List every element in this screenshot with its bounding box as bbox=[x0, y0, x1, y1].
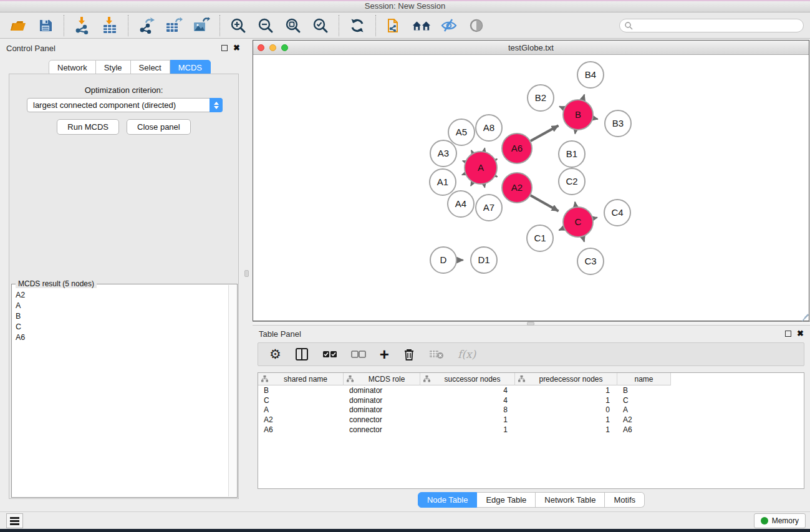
table-row[interactable]: Adominator80A bbox=[258, 405, 804, 415]
table-cell[interactable]: 1 bbox=[515, 386, 617, 395]
table-row[interactable]: A2connector11A2 bbox=[258, 415, 804, 425]
graph-edge-A-A1[interactable] bbox=[462, 174, 465, 175]
graph-edge-A2-C[interactable] bbox=[531, 195, 559, 211]
graph-edge-C-C4[interactable] bbox=[593, 218, 597, 219]
tab-node-table[interactable]: Node Table bbox=[418, 492, 478, 508]
table-cell[interactable]: 1 bbox=[420, 425, 515, 434]
graph-edge-B-B1[interactable] bbox=[575, 130, 576, 134]
network-minimize-button[interactable] bbox=[269, 44, 276, 51]
table-cell[interactable]: C bbox=[617, 396, 671, 405]
search-field[interactable] bbox=[619, 19, 804, 32]
settings-icon[interactable]: ⚙ bbox=[269, 346, 281, 363]
table-cell[interactable]: 0 bbox=[515, 405, 617, 414]
result-list-item[interactable]: A bbox=[12, 300, 228, 311]
table-cell[interactable]: 4 bbox=[420, 386, 515, 395]
table-cell[interactable]: connector bbox=[344, 415, 420, 424]
delete-row-icon[interactable] bbox=[403, 346, 415, 363]
close-table-panel-icon[interactable]: ✖ bbox=[797, 331, 804, 337]
result-list-item[interactable]: A2 bbox=[12, 289, 228, 300]
table-cell[interactable]: connector bbox=[344, 425, 420, 434]
save-session-icon[interactable] bbox=[36, 16, 55, 35]
criterion-dropdown[interactable]: largest connected component (directed) bbox=[27, 98, 223, 112]
graph-edge-B-B3[interactable] bbox=[593, 118, 597, 119]
column-header-shared-name[interactable]: shared name bbox=[258, 373, 344, 385]
refresh-icon[interactable] bbox=[348, 16, 367, 35]
column-header-name[interactable]: name bbox=[617, 373, 671, 385]
table-cell[interactable]: 1 bbox=[515, 396, 617, 405]
export-network-icon[interactable] bbox=[137, 16, 156, 35]
zoom-fit-icon[interactable] bbox=[284, 16, 302, 35]
result-list-item[interactable]: C bbox=[12, 321, 228, 332]
close-panel-button[interactable]: Close panel bbox=[127, 119, 191, 135]
table-cell[interactable]: 1 bbox=[515, 415, 617, 424]
graph-edge-A-A5[interactable] bbox=[471, 150, 473, 153]
table-cell[interactable]: B bbox=[617, 386, 671, 395]
graph-edge-A-A2[interactable] bbox=[496, 176, 498, 177]
table-cell[interactable]: dominator bbox=[344, 386, 420, 395]
graph-edge-A-A6[interactable] bbox=[496, 159, 497, 160]
float-table-panel-icon[interactable] bbox=[785, 331, 791, 337]
search-input[interactable] bbox=[633, 21, 795, 30]
table-cell[interactable]: A bbox=[258, 405, 344, 414]
tab-motifs[interactable]: Motifs bbox=[605, 492, 645, 508]
table-row[interactable]: A6connector11A6 bbox=[258, 425, 804, 435]
table-cell[interactable]: A2 bbox=[617, 415, 671, 424]
table-cell[interactable]: C bbox=[258, 396, 344, 405]
network-canvas[interactable]: B4B2BB3A8A5A6A3B1AC2A1A2A4A7C4CC1DD1C3 bbox=[253, 55, 809, 321]
graph-edge-A-A3[interactable] bbox=[463, 161, 465, 162]
table-cell[interactable]: 4 bbox=[420, 396, 515, 405]
show-eye-icon[interactable] bbox=[467, 16, 486, 35]
clone-network-icon[interactable] bbox=[385, 16, 403, 35]
table-row[interactable]: Bdominator41B bbox=[258, 385, 804, 395]
export-table-icon[interactable] bbox=[165, 16, 183, 35]
select-all-icon[interactable] bbox=[322, 346, 337, 363]
table-cell[interactable]: A6 bbox=[258, 425, 344, 434]
graph-edge-B-B4[interactable] bbox=[582, 94, 584, 100]
close-panel-icon[interactable]: ✖ bbox=[233, 45, 240, 51]
graph-edge-A-A4[interactable] bbox=[471, 183, 473, 186]
home-view-icon[interactable] bbox=[412, 16, 431, 35]
hide-panels-icon[interactable] bbox=[440, 16, 458, 35]
graph-edge-C-C3[interactable] bbox=[583, 237, 584, 242]
zoom-in-icon[interactable] bbox=[229, 16, 248, 35]
table-row[interactable]: Cdominator41C bbox=[258, 395, 804, 405]
function-builder-icon[interactable]: f(x) bbox=[458, 346, 476, 363]
graph-edge-B-B2[interactable] bbox=[559, 107, 564, 109]
column-header-predecessor-nodes[interactable]: predecessor nodes bbox=[515, 373, 617, 385]
export-image-icon[interactable] bbox=[192, 16, 211, 35]
task-history-button[interactable] bbox=[6, 513, 23, 528]
table-cell[interactable]: A2 bbox=[258, 415, 344, 424]
columns-icon[interactable] bbox=[295, 346, 309, 363]
table-cell[interactable]: 1 bbox=[515, 425, 617, 434]
memory-button[interactable]: Memory bbox=[754, 513, 806, 528]
tab-network-table[interactable]: Network Table bbox=[536, 492, 605, 508]
graph-edge-A-A7[interactable] bbox=[484, 184, 485, 187]
result-list-item[interactable]: B bbox=[12, 311, 228, 321]
graph-edge-A6-B[interactable] bbox=[531, 125, 559, 141]
import-network-icon[interactable] bbox=[73, 16, 92, 35]
table-cell[interactable]: A bbox=[617, 405, 671, 414]
result-list-item[interactable]: A6 bbox=[12, 332, 228, 342]
table-cell[interactable]: A6 bbox=[617, 425, 671, 434]
add-row-icon[interactable]: + bbox=[380, 346, 389, 363]
network-zoom-button[interactable] bbox=[281, 44, 288, 51]
table-cell[interactable]: dominator bbox=[344, 405, 420, 414]
delete-table-icon[interactable] bbox=[429, 346, 444, 363]
column-header-MCDS-role[interactable]: MCDS role bbox=[344, 373, 420, 385]
table-cell[interactable]: 1 bbox=[420, 415, 515, 424]
zoom-out-icon[interactable] bbox=[256, 16, 275, 35]
result-scrollbar[interactable] bbox=[228, 285, 236, 496]
graph-edge-C-C2[interactable] bbox=[575, 202, 576, 207]
tab-edge-table[interactable]: Edge Table bbox=[477, 492, 536, 508]
network-close-button[interactable] bbox=[258, 44, 264, 51]
table-cell[interactable]: B bbox=[258, 386, 344, 395]
column-header-successor-nodes[interactable]: successor nodes bbox=[420, 373, 515, 385]
deselect-all-icon[interactable] bbox=[351, 346, 366, 363]
import-table-icon[interactable] bbox=[100, 16, 119, 35]
graph-edge-A-A8[interactable] bbox=[484, 148, 485, 151]
table-cell[interactable]: 8 bbox=[420, 405, 515, 414]
vertical-divider-grip[interactable] bbox=[244, 270, 249, 277]
run-mcds-button[interactable]: Run MCDS bbox=[57, 119, 119, 135]
window-resize-grip[interactable] bbox=[800, 312, 808, 319]
graph-edge-C-C1[interactable] bbox=[559, 228, 564, 230]
